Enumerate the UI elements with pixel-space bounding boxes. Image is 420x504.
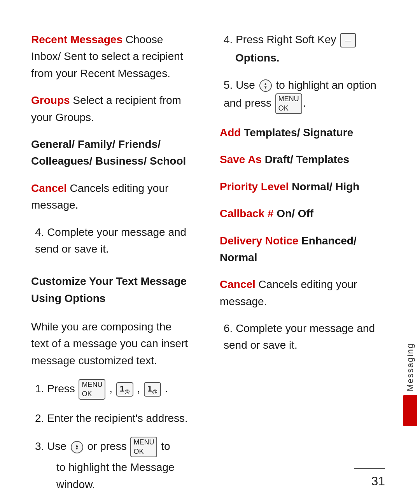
- priority-section: Priority Level Normal/ High: [220, 178, 377, 195]
- step4-options: Options.: [224, 49, 377, 66]
- save-as-para: Save As Draft/ Templates: [220, 151, 377, 168]
- sidebar-label: Messaging: [405, 343, 415, 391]
- cancel-right-para: Cancel Cancels editing your message.: [220, 276, 377, 310]
- sidebar: Messaging: [401, 0, 420, 504]
- save-as-text: Draft/ Templates: [262, 153, 349, 165]
- step3-indent: to highlight the Message window.: [35, 459, 189, 493]
- recent-messages-section: Recent Messages Choose Inbox/ Sent to se…: [31, 31, 189, 82]
- comma-2: ,: [137, 383, 144, 395]
- step4-right: 4. Press Right Soft Key Options.: [220, 31, 377, 67]
- delivery-section: Delivery Notice Enhanced/ Normal: [220, 232, 377, 266]
- menu-ok-icon-1: MENUOK: [79, 379, 105, 400]
- add-para: Add Templates/ Signature: [220, 124, 377, 141]
- groups-label: Groups: [31, 94, 70, 106]
- groups-para: Groups Select a recipient from your Grou…: [31, 92, 189, 126]
- step3-to-word: to: [161, 440, 170, 452]
- step3-left: 3. Use or press MENUOK to to highlight t…: [31, 437, 189, 493]
- step2-text: 2. Enter the recipient's address.: [35, 412, 188, 424]
- cancel-right-label: Cancel: [220, 278, 256, 290]
- step1-left: 1. Press MENUOK , 1@ , 1@ .: [31, 379, 189, 400]
- cancel-para: Cancel Cancels editing your message.: [31, 180, 189, 214]
- delivery-label: Delivery Notice: [220, 235, 298, 247]
- step4-text: 4. Complete your message and send or sav…: [35, 226, 186, 255]
- period-1: .: [165, 383, 168, 395]
- groups-section: Groups Select a recipient from your Grou…: [31, 92, 189, 126]
- nav-icon-step5: [259, 79, 272, 92]
- step6-text: 6. Complete your message and send or sav…: [224, 322, 375, 351]
- priority-label: Priority Level: [220, 181, 289, 193]
- delivery-para: Delivery Notice Enhanced/ Normal: [220, 232, 377, 266]
- page-number: 31: [371, 474, 385, 488]
- add-section: Add Templates/ Signature: [220, 124, 377, 141]
- recent-messages-label: Recent Messages: [31, 33, 122, 46]
- step1-text: 1. Press: [35, 383, 75, 395]
- comma-1: ,: [109, 383, 116, 395]
- cancel-section: Cancel Cancels editing your message.: [31, 180, 189, 214]
- soft-key-icon: [340, 33, 356, 47]
- callback-section: Callback # On/ Off: [220, 205, 377, 222]
- add-label: Add: [220, 126, 241, 139]
- priority-text: Normal/ High: [289, 181, 359, 193]
- main-content: Recent Messages Choose Inbox/ Sent to se…: [0, 0, 401, 504]
- left-column: Recent Messages Choose Inbox/ Sent to se…: [31, 31, 196, 473]
- callback-para: Callback # On/ Off: [220, 205, 377, 222]
- cancel-label: Cancel: [31, 182, 67, 194]
- priority-para: Priority Level Normal/ High: [220, 178, 377, 195]
- save-as-section: Save As Draft/ Templates: [220, 151, 377, 168]
- key-1b: 1@: [144, 382, 161, 397]
- right-column: 4. Press Right Soft Key Options. 5. Use …: [212, 31, 377, 473]
- key-1a: 1@: [116, 382, 133, 397]
- while-section: While you are composing the text of a me…: [31, 318, 189, 369]
- step2-left: 2. Enter the recipient's address.: [31, 410, 189, 427]
- step3-to-text: to highlight the Message window.: [56, 461, 175, 490]
- step6-right: 6. Complete your message and send or sav…: [220, 320, 377, 354]
- save-as-label: Save As: [220, 153, 262, 165]
- general-family-text: General/ Family/ Friends/ Colleagues/ Bu…: [31, 136, 189, 170]
- sidebar-bar: [403, 395, 417, 426]
- step3-text: 3. Use: [35, 440, 66, 452]
- menu-ok-icon-step5: MENUOK: [275, 93, 302, 114]
- recent-messages-para: Recent Messages Choose Inbox/ Sent to se…: [31, 31, 189, 82]
- divider-line: [354, 468, 385, 469]
- customize-heading-section: Customize Your Text Message Using Option…: [31, 273, 189, 307]
- step4-left: 4. Complete your message and send or sav…: [31, 224, 189, 258]
- customize-heading: Customize Your Text Message Using Option…: [31, 273, 189, 307]
- menu-ok-icon-step3: MENUOK: [130, 437, 157, 457]
- page-container: Recent Messages Choose Inbox/ Sent to se…: [0, 0, 420, 504]
- nav-icon-step3: [71, 441, 83, 453]
- callback-text: On/ Off: [274, 207, 314, 220]
- step5-end: .: [303, 97, 306, 109]
- step5-text-pre: 5. Use: [224, 79, 255, 91]
- step3-or: or press: [88, 440, 127, 452]
- callback-label: Callback #: [220, 207, 274, 220]
- while-text: While you are composing the text of a me…: [31, 318, 189, 369]
- step4-right-text: 4. Press Right Soft Key: [224, 33, 336, 46]
- add-text: Templates/ Signature: [241, 126, 353, 139]
- general-family-section: General/ Family/ Friends/ Colleagues/ Bu…: [31, 136, 189, 170]
- cancel-right-section: Cancel Cancels editing your message.: [220, 276, 377, 310]
- step5-right: 5. Use to highlight an option and press …: [220, 77, 377, 114]
